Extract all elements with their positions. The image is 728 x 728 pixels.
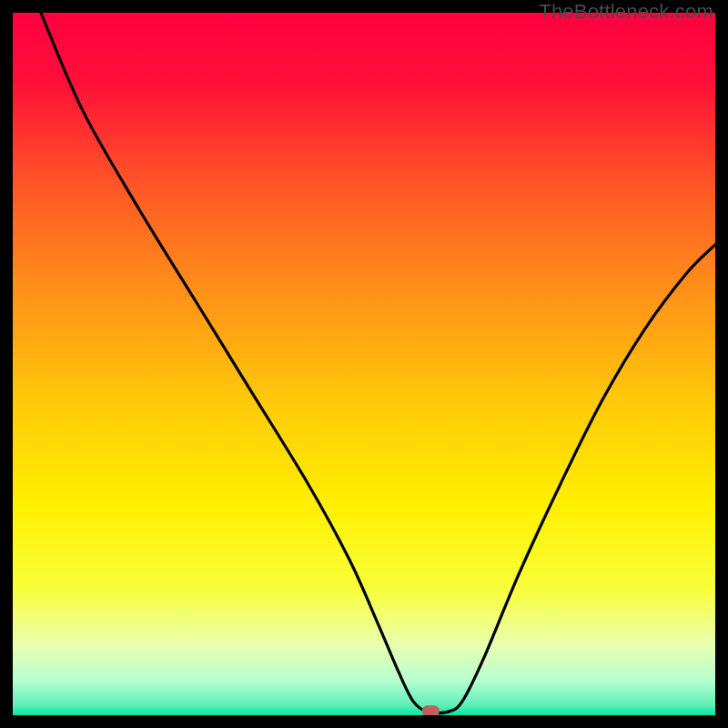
chart-frame: TheBottleneck.com	[0, 0, 728, 728]
plot-area	[13, 13, 715, 715]
optimal-marker	[422, 705, 440, 715]
bottleneck-chart	[13, 13, 715, 715]
gradient-background	[13, 13, 715, 715]
watermark-text: TheBottleneck.com	[539, 0, 713, 24]
